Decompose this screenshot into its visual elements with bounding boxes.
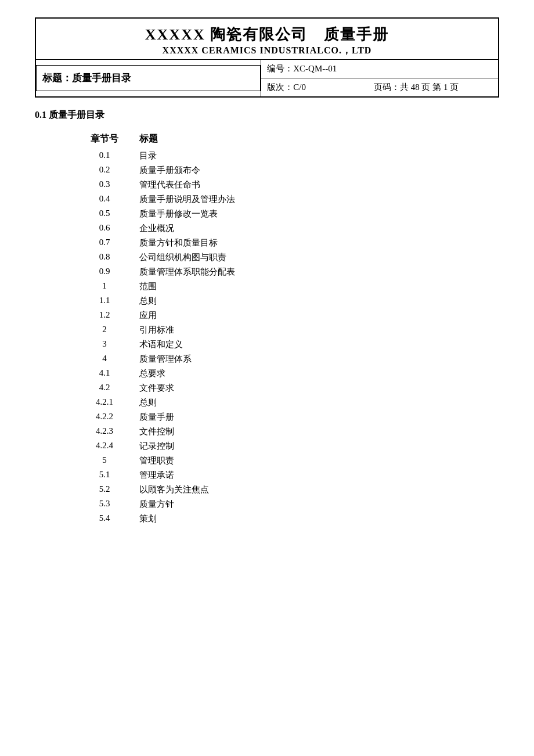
toc-title: 总要求 <box>139 366 441 381</box>
toc-title: 应用 <box>139 308 441 323</box>
toc-row: 0.8公司组织机构图与职责 <box>70 250 441 265</box>
toc-row: 1.1总则 <box>70 294 441 308</box>
main-title: XXXXX 陶瓷有限公司 质量手册 <box>38 24 496 45</box>
toc-num: 2 <box>70 323 139 337</box>
toc-row: 3术语和定义 <box>70 337 441 352</box>
toc-num: 0.1 <box>70 149 139 163</box>
toc-num: 1.1 <box>70 294 139 308</box>
col-title-header: 标题 <box>139 131 441 149</box>
toc-row: 5.2以顾客为关注焦点 <box>70 483 441 497</box>
toc-title: 策划 <box>139 512 441 526</box>
toc-num: 4.2.2 <box>70 410 139 424</box>
toc-row: 0.5质量手册修改一览表 <box>70 207 441 221</box>
toc-num: 4.1 <box>70 366 139 381</box>
toc-row: 4质量管理体系 <box>70 352 441 366</box>
toc-title: 质量管理体系 <box>139 352 441 366</box>
toc-row: 5.1管理承诺 <box>70 468 441 483</box>
sub-title: XXXXX CERAMICS INDUSTRIALCO.，LTD <box>38 45 496 57</box>
toc-num: 1 <box>70 279 139 294</box>
toc-num: 3 <box>70 337 139 352</box>
toc-row: 0.9质量管理体系职能分配表 <box>70 265 441 279</box>
toc-row: 4.2.3文件控制 <box>70 424 441 439</box>
toc-num: 4 <box>70 352 139 366</box>
toc-num: 0.7 <box>70 236 139 250</box>
label-cell: 标题：质量手册目录 <box>37 66 261 91</box>
toc-row: 5.4策划 <box>70 512 441 526</box>
toc-title: 总则 <box>139 294 441 308</box>
toc-num: 5.3 <box>70 497 139 512</box>
toc-row: 2引用标准 <box>70 323 441 337</box>
toc-num: 0.5 <box>70 207 139 221</box>
toc-row: 4.1总要求 <box>70 366 441 381</box>
toc-title: 质量手册修改一览表 <box>139 207 441 221</box>
toc-title: 范围 <box>139 279 441 294</box>
toc-num: 0.8 <box>70 250 139 265</box>
toc-row: 4.2.1总则 <box>70 395 441 410</box>
toc-title: 质量管理体系职能分配表 <box>139 265 441 279</box>
page-cell: 页码：共 48 页 第 1 页 <box>368 78 499 98</box>
toc-title: 文件控制 <box>139 424 441 439</box>
toc-row: 1.2应用 <box>70 308 441 323</box>
col-chapter-header: 章节号 <box>70 131 139 149</box>
toc-num: 0.4 <box>70 192 139 207</box>
toc-num: 1.2 <box>70 308 139 323</box>
toc-title: 文件要求 <box>139 381 441 395</box>
section-heading: 0.1 质量手册目录 <box>35 109 499 121</box>
toc-row: 4.2.4记录控制 <box>70 439 441 453</box>
toc-row: 5管理职责 <box>70 453 441 468</box>
toc-title: 企业概况 <box>139 221 441 236</box>
toc-title: 质量方针和质量目标 <box>139 236 441 250</box>
toc-title: 质量手册 <box>139 410 441 424</box>
code-cell: 编号：XC-QM--01 <box>261 60 499 78</box>
toc-title: 记录控制 <box>139 439 441 453</box>
toc-title: 质量手册颁布令 <box>139 163 441 178</box>
toc-row: 4.2.2质量手册 <box>70 410 441 424</box>
version-cell: 版次：C/0 <box>261 78 368 98</box>
toc-num: 0.9 <box>70 265 139 279</box>
toc-title: 公司组织机构图与职责 <box>139 250 441 265</box>
toc-row: 0.7质量方针和质量目标 <box>70 236 441 250</box>
toc-title: 管理承诺 <box>139 468 441 483</box>
toc-num: 4.2.4 <box>70 439 139 453</box>
toc-title: 管理代表任命书 <box>139 178 441 192</box>
toc-num: 5.2 <box>70 483 139 497</box>
toc-row: 0.3管理代表任命书 <box>70 178 441 192</box>
toc-row: 4.2文件要求 <box>70 381 441 395</box>
toc-title: 总则 <box>139 395 441 410</box>
toc-num: 4.2.3 <box>70 424 139 439</box>
toc-num: 4.2 <box>70 381 139 395</box>
toc-num: 5.1 <box>70 468 139 483</box>
toc-row: 0.1目录 <box>70 149 441 163</box>
toc-title: 引用标准 <box>139 323 441 337</box>
toc-row: 1范围 <box>70 279 441 294</box>
toc-num: 0.2 <box>70 163 139 178</box>
header-table: XXXXX 陶瓷有限公司 质量手册 XXXXX CERAMICS INDUSTR… <box>35 17 499 98</box>
toc-num: 0.6 <box>70 221 139 236</box>
toc-num: 5 <box>70 453 139 468</box>
toc-table: 章节号 标题 0.1目录0.2质量手册颁布令0.3管理代表任命书0.4质量手册说… <box>70 131 441 526</box>
toc-num: 4.2.1 <box>70 395 139 410</box>
toc-num: 5.4 <box>70 512 139 526</box>
toc-title: 管理职责 <box>139 453 441 468</box>
toc-title: 质量手册说明及管理办法 <box>139 192 441 207</box>
toc-title: 目录 <box>139 149 441 163</box>
toc-row: 5.3质量方针 <box>70 497 441 512</box>
toc-title: 术语和定义 <box>139 337 441 352</box>
toc-row: 0.6企业概况 <box>70 221 441 236</box>
toc-title: 以顾客为关注焦点 <box>139 483 441 497</box>
toc-row: 0.4质量手册说明及管理办法 <box>70 192 441 207</box>
toc-title: 质量方针 <box>139 497 441 512</box>
toc-row: 0.2质量手册颁布令 <box>70 163 441 178</box>
toc-num: 0.3 <box>70 178 139 192</box>
